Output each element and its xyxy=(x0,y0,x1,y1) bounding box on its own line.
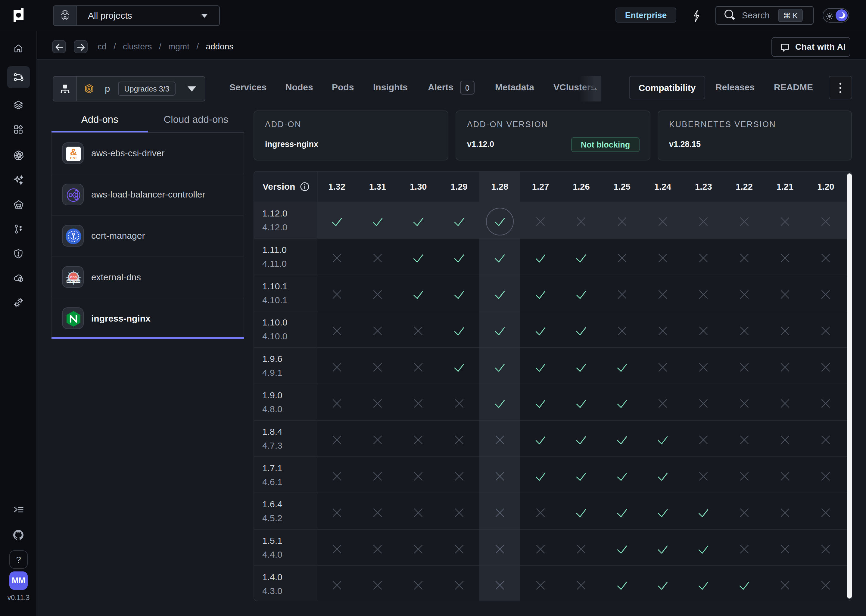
svg-text:dns: dns xyxy=(70,275,77,279)
svg-text:&: & xyxy=(70,147,77,157)
svg-text:CSI: CSI xyxy=(70,156,77,160)
svg-text:kubernetes: kubernetes xyxy=(67,280,80,283)
svg-text:K: K xyxy=(88,87,91,91)
